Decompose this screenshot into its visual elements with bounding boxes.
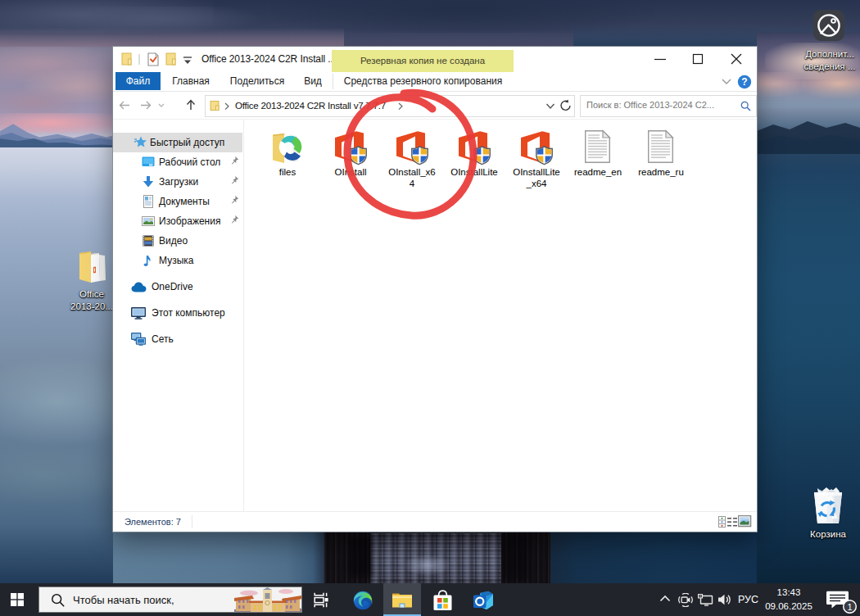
svg-text:1: 1 (847, 602, 852, 612)
svg-text:?: ? (741, 76, 747, 88)
